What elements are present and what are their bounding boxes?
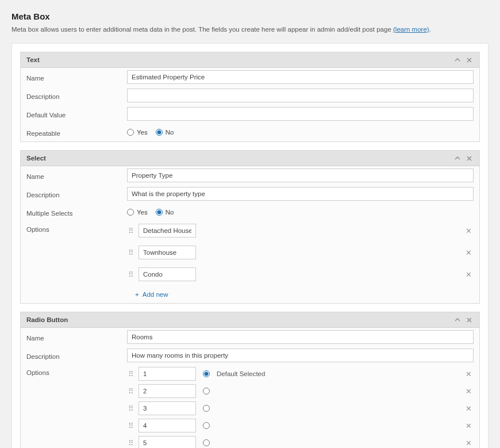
name-label: Name	[26, 72, 127, 82]
option-input[interactable]	[139, 367, 196, 381]
option-input[interactable]	[139, 384, 196, 398]
options-label: Options	[26, 224, 127, 233]
close-icon[interactable]	[464, 154, 474, 163]
repeatable-yes[interactable]: Yes	[127, 129, 148, 136]
collapse-icon[interactable]	[453, 315, 462, 324]
multiple-no[interactable]: No	[156, 209, 174, 216]
option-input[interactable]	[139, 419, 196, 432]
multiple-yes[interactable]: Yes	[127, 209, 148, 216]
field-type-label: Radio Button	[26, 316, 68, 323]
repeatable-no[interactable]: No	[156, 129, 174, 136]
option-row: ⠿ ✕	[127, 267, 474, 281]
page-intro: Meta box allows users to enter additiona…	[11, 26, 489, 33]
collapse-icon[interactable]	[453, 154, 462, 163]
description-label: Description	[26, 189, 127, 198]
option-row: ⠿ ✕	[127, 436, 474, 448]
name-input[interactable]	[127, 169, 474, 182]
field-type-label: Text	[26, 56, 40, 63]
field-block-text: Text Name Description Default Value	[20, 52, 480, 142]
drag-icon[interactable]: ⠿	[127, 227, 135, 235]
add-new-option[interactable]: + Add new	[127, 289, 474, 301]
option-row: ⠿ Default Selected ✕	[127, 367, 474, 381]
default-selected-radio[interactable]	[203, 405, 210, 412]
page-title: Meta Box	[11, 12, 489, 21]
option-input[interactable]	[139, 246, 196, 259]
name-label: Name	[26, 332, 127, 342]
default-selected-radio[interactable]	[203, 388, 210, 395]
close-icon[interactable]	[464, 55, 474, 64]
remove-option-icon[interactable]: ✕	[463, 438, 474, 448]
drag-icon[interactable]: ⠿	[127, 422, 135, 430]
option-input[interactable]	[139, 224, 196, 238]
option-input[interactable]	[139, 436, 196, 448]
options-label: Options	[26, 367, 127, 376]
name-input[interactable]	[127, 330, 474, 344]
remove-option-icon[interactable]: ✕	[463, 386, 474, 396]
remove-option-icon[interactable]: ✕	[463, 369, 474, 379]
remove-option-icon[interactable]: ✕	[463, 403, 474, 413]
drag-icon[interactable]: ⠿	[127, 404, 135, 413]
option-row: ⠿ ✕	[127, 246, 474, 259]
default-value-label: Default Value	[26, 109, 127, 118]
default-value-input[interactable]	[127, 107, 474, 121]
learn-more-link[interactable]: (learn more)	[393, 26, 429, 33]
field-type-label: Select	[26, 155, 46, 162]
remove-option-icon[interactable]: ✕	[463, 225, 474, 236]
repeatable-label: Repeatable	[26, 128, 127, 137]
description-input[interactable]	[127, 187, 474, 201]
multiple-selects-label: Multiple Selects	[26, 208, 127, 217]
close-icon[interactable]	[464, 315, 474, 324]
description-input[interactable]	[127, 89, 474, 102]
drag-icon[interactable]: ⠿	[127, 370, 135, 378]
meta-box-panel: Text Name Description Default Value	[11, 43, 489, 448]
default-selected-radio[interactable]	[203, 370, 210, 377]
option-row: ⠿ ✕	[127, 384, 474, 398]
field-block-select: Select Name Description Multiple Selects	[20, 150, 480, 304]
default-selected-radio[interactable]	[203, 439, 210, 446]
drag-icon[interactable]: ⠿	[127, 270, 135, 279]
remove-option-icon[interactable]: ✕	[463, 247, 474, 258]
option-row: ⠿ ✕	[127, 401, 474, 415]
plus-icon: +	[135, 291, 139, 298]
option-row: ⠿ ✕	[127, 224, 474, 238]
name-label: Name	[26, 171, 127, 180]
remove-option-icon[interactable]: ✕	[463, 269, 474, 279]
default-selected-radio[interactable]	[203, 422, 210, 429]
collapse-icon[interactable]	[453, 55, 462, 64]
description-label: Description	[26, 351, 127, 360]
option-row: ⠿ ✕	[127, 419, 474, 432]
option-input[interactable]	[139, 267, 196, 281]
name-input[interactable]	[127, 70, 474, 84]
drag-icon[interactable]: ⠿	[127, 387, 135, 396]
drag-icon[interactable]: ⠿	[127, 439, 135, 447]
description-input[interactable]	[127, 349, 474, 362]
default-selected-label: Default Selected	[217, 370, 265, 377]
field-block-radio: Radio Button Name Description Options	[20, 312, 480, 448]
remove-option-icon[interactable]: ✕	[463, 420, 474, 431]
description-label: Description	[26, 91, 127, 100]
drag-icon[interactable]: ⠿	[127, 248, 135, 257]
option-input[interactable]	[139, 401, 196, 415]
